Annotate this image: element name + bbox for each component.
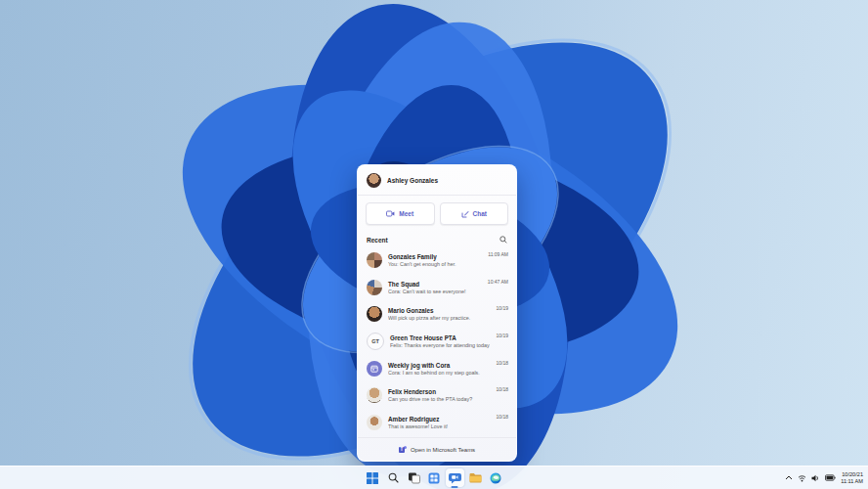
- group-avatar: [367, 280, 382, 295]
- wifi-icon[interactable]: [798, 474, 806, 482]
- chat-timestamp: 11:09 AM: [488, 246, 508, 257]
- file-explorer-icon: [469, 472, 482, 483]
- chat-row-mario-gonzales[interactable]: Mario Gonzales Will pick up pizza after …: [358, 300, 516, 328]
- meet-button-label: Meet: [399, 210, 413, 217]
- chat-timestamp: 10/18: [496, 355, 508, 366]
- taskbar: 10/20/21 11:11 AM: [0, 466, 868, 489]
- open-in-teams-button[interactable]: T Open in Microsoft Teams: [358, 437, 516, 461]
- user-name: Ashley Gonzales: [387, 177, 438, 184]
- meet-button[interactable]: Meet: [366, 202, 435, 225]
- recent-row: Recent: [358, 231, 516, 246]
- teams-chat-icon: [449, 472, 461, 484]
- chat-preview: Will pick up pizza after my practice.: [388, 315, 490, 321]
- person-avatar: [367, 415, 382, 430]
- desktop: Ashley Gonzales Meet Chat Recent: [0, 0, 868, 489]
- chat-button[interactable]: Chat: [440, 202, 509, 225]
- teams-chat-flyout: Ashley Gonzales Meet Chat Recent: [357, 164, 517, 462]
- open-in-teams-label: Open in Microsoft Teams: [411, 447, 475, 453]
- group-avatar: [367, 252, 382, 268]
- start-button[interactable]: [364, 468, 382, 487]
- task-view-button[interactable]: [405, 468, 423, 487]
- file-explorer-button[interactable]: [466, 468, 485, 487]
- chat-preview: Felix: Thanks everyone for attending tod…: [390, 342, 490, 348]
- search-button[interactable]: [384, 468, 403, 487]
- user-avatar[interactable]: [367, 173, 381, 188]
- volume-icon[interactable]: [811, 474, 820, 482]
- system-tray: 10/20/21 11:11 AM: [785, 467, 863, 489]
- chat-row-the-squad[interactable]: The Squad Cora: Can't wait to see everyo…: [358, 274, 516, 301]
- chat-timestamp: 10/18: [496, 409, 508, 420]
- chat-timestamp: 10/19: [496, 328, 508, 338]
- chat-name: The Squad: [388, 281, 482, 288]
- chat-preview: Can you drive me to the PTA today?: [388, 396, 490, 402]
- chat-name: Green Tree House PTA: [390, 334, 490, 341]
- chat-name: Gonzales Family: [388, 253, 482, 260]
- chat-name: Felix Henderson: [388, 388, 490, 395]
- action-buttons: Meet Chat: [358, 196, 516, 231]
- taskbar-icons: [364, 468, 505, 487]
- chat-name: Weekly jog with Cora: [388, 362, 490, 369]
- chat-row-felix-henderson[interactable]: Felix Henderson Can you drive me to the …: [358, 381, 516, 409]
- edge-browser-icon: [490, 472, 501, 484]
- chat-button[interactable]: [446, 468, 464, 487]
- hidden-icons-chevron-icon[interactable]: [785, 475, 793, 480]
- initials-avatar: GT: [367, 333, 384, 350]
- chat-row-amber-rodriguez[interactable]: Amber Rodriguez That is awesome! Love it…: [358, 409, 516, 436]
- recent-label: Recent: [367, 237, 388, 244]
- compose-icon: [461, 210, 469, 218]
- teams-logo-icon: T: [399, 446, 407, 454]
- windows-logo-icon: [367, 472, 378, 484]
- search-icon: [388, 472, 399, 483]
- chat-name: Mario Gonzales: [388, 307, 490, 314]
- edge-button[interactable]: [487, 468, 505, 487]
- widgets-button[interactable]: [425, 468, 444, 487]
- taskbar-clock[interactable]: 10/20/21 11:11 AM: [841, 471, 863, 484]
- chat-row-weekly-jog-with-cora[interactable]: Weekly jog with Cora Cora: I am so behin…: [358, 355, 516, 382]
- chat-preview: That is awesome! Love it!: [388, 423, 490, 429]
- chat-row-green-tree-house-pta[interactable]: GT Green Tree House PTA Felix: Thanks ev…: [358, 328, 516, 355]
- search-icon[interactable]: [499, 236, 507, 244]
- chat-row-gonzales-family[interactable]: Gonzales Family You: Can't get enough of…: [358, 246, 516, 274]
- chat-list: Gonzales Family You: Can't get enough of…: [358, 246, 516, 437]
- chat-timestamp: 10/18: [496, 381, 508, 392]
- chat-name: Amber Rodriguez: [388, 416, 490, 422]
- chat-preview: You: Can't get enough of her.: [388, 261, 482, 267]
- person-avatar: [367, 387, 382, 403]
- chat-button-label: Chat: [473, 210, 487, 217]
- tray-time: 11:11 AM: [841, 478, 863, 485]
- person-avatar: [367, 306, 382, 322]
- widgets-icon: [428, 472, 440, 484]
- chat-timestamp: 10:47 AM: [488, 274, 508, 285]
- calendar-icon: [367, 361, 382, 377]
- flyout-header: Ashley Gonzales: [358, 165, 516, 196]
- chat-preview: Cora: Can't wait to see everyone!: [388, 289, 482, 294]
- chat-timestamp: 10/19: [496, 300, 508, 311]
- active-app-indicator: [452, 486, 458, 488]
- task-view-icon: [408, 471, 420, 484]
- chat-preview: Cora: I am so behind on my step goals.: [388, 370, 490, 376]
- video-camera-icon: [386, 210, 395, 217]
- battery-icon[interactable]: [825, 474, 836, 481]
